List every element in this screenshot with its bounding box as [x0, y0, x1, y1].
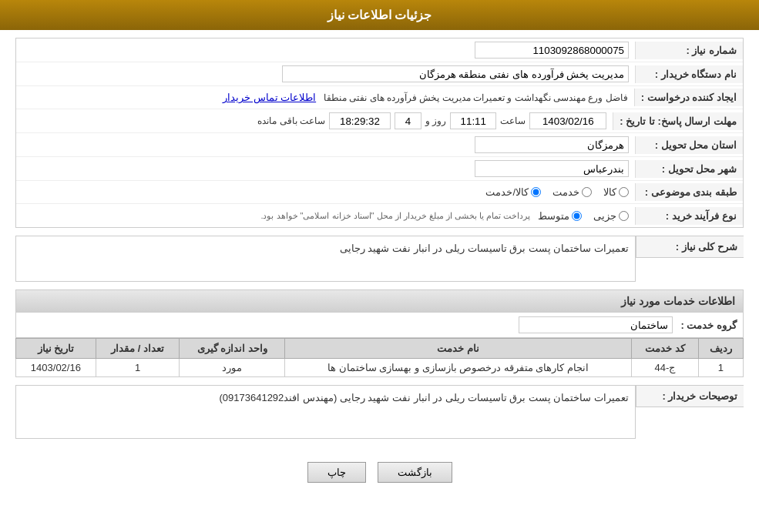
shomare-niaz-value [16, 38, 635, 62]
ostan-input[interactable] [475, 136, 629, 153]
radio-jozii-item: جزیی [593, 210, 629, 222]
shahr-input[interactable] [475, 160, 629, 177]
farayand-note: پرداخت تمام یا بخشی از مبلغ خریدار از مح… [260, 211, 530, 221]
tabaqe-label: طبقه بندی موضوعی : [635, 183, 743, 201]
group-row: گروه خدمت : [15, 313, 744, 338]
table-row: 1 ج-44 انجام کارهای متفرقه درخصوص بازساز… [16, 359, 744, 377]
tawzihat-section: توصیحات خریدار : تعمیرات ساختمان پست برق… [15, 385, 744, 447]
noع-farayand-label: نوع فرآیند خرید : [635, 207, 743, 225]
col-name: نام خدمت [285, 339, 632, 359]
shomare-niaz-label: شماره نیاز : [635, 42, 743, 59]
cell-kod: ج-44 [632, 359, 699, 377]
col-radif: ردیف [698, 339, 743, 359]
row-shomare-niaz: شماره نیاز : [16, 38, 743, 62]
page-title: جزئیات اطلاعات نیاز [327, 8, 432, 22]
shahr-label: شهر محل تحویل : [635, 160, 743, 178]
tawzihat-text: تعمیرات ساختمان پست برق تاسیسات ریلی در … [219, 392, 629, 403]
content-area: شماره نیاز : نام دستگاه خریدار : ایجاد ک… [0, 30, 759, 498]
radio-jozii-label: جزیی [593, 210, 616, 222]
mohlet-date-input[interactable] [529, 112, 606, 129]
tabaqe-value: کالا خدمت کالا/خدمت [16, 183, 635, 201]
sharh-section: شرح کلی نیاز : تعمیرات ساختمان پست برق ت… [15, 236, 744, 282]
col-kod: کد خدمت [632, 339, 699, 359]
mohlet-rooz-input[interactable] [395, 112, 421, 129]
ostan-value [16, 133, 635, 156]
services-section: اطلاعات خدمات مورد نیاز گروه خدمت : ردیف… [15, 289, 744, 377]
group-label: گروه خدمت : [680, 320, 737, 331]
row-mohlet: مهلت ارسال پاسخ: تا تاریخ : ساعت روز و س… [16, 109, 743, 133]
sharh-text: تعمیرات ساختمان پست برق تاسیسات ریلی در … [340, 243, 629, 254]
row-tabaqe: طبقه بندی موضوعی : کالا خدمت [16, 181, 743, 204]
sharh-box: تعمیرات ساختمان پست برق تاسیسات ریلی در … [15, 236, 636, 282]
buttons-row: بازگشت چاپ [15, 454, 744, 490]
mohlet-label: مهلت ارسال پاسخ: تا تاریخ : [613, 112, 743, 130]
row-shahr: شهر محل تحویل : [16, 157, 743, 181]
table-header-row: ردیف کد خدمت نام خدمت واحد اندازه گیری ت… [16, 339, 744, 359]
farayand-radio-group: جزیی متوسط [538, 210, 629, 222]
chap-button[interactable]: چاپ [307, 462, 366, 483]
radio-khadamat-label: خدمت [552, 186, 579, 198]
mohlet-baqi-input[interactable] [329, 112, 391, 129]
cell-radif: 1 [698, 359, 743, 377]
mohlet-value: ساعت روز و ساعت باقی مانده [16, 109, 613, 132]
cell-name: انجام کارهای متفرقه درخصوص بازسازی و بهس… [285, 359, 632, 377]
tabaqe-radio-group: کالا خدمت کالا/خدمت [22, 186, 629, 198]
radio-motavaset[interactable] [572, 211, 582, 221]
tawzihat-label: توصیحات خریدار : [636, 385, 744, 407]
radio-motavaset-item: متوسط [538, 210, 582, 222]
ijad-konande-value: فاضل ورع مهندسی نگهداشت و تعمیرات مدیریت… [16, 89, 634, 106]
ijad-konande-text: فاضل ورع مهندسی نگهداشت و تعمیرات مدیریت… [324, 92, 628, 103]
main-info-section: شماره نیاز : نام دستگاه خریدار : ایجاد ک… [15, 38, 744, 228]
mohlet-saaat-label: ساعت [500, 115, 526, 126]
radio-motavaset-label: متوسط [538, 210, 569, 222]
name-dastgah-value [16, 62, 635, 85]
sharh-label: شرح کلی نیاز : [636, 236, 744, 258]
radio-khadamat[interactable] [582, 187, 592, 197]
radio-jozii[interactable] [619, 211, 629, 221]
radio-kala-khadamat[interactable] [531, 187, 541, 197]
tawzihat-box: تعمیرات ساختمان پست برق تاسیسات ریلی در … [15, 385, 636, 439]
row-noع-farayand: نوع فرآیند خرید : جزیی متوسط [16, 204, 743, 227]
row-ostan: استان محل تحویل : [16, 133, 743, 157]
mohlet-saaat-input[interactable] [450, 112, 496, 129]
shomare-niaz-input[interactable] [475, 42, 629, 59]
col-tedad: تعداد / مقدار [96, 339, 180, 359]
etelaat-tamas-link[interactable]: اطلاعات تماس خریدار [223, 92, 316, 103]
col-tarikh: تاریخ نیاز [16, 339, 96, 359]
cell-tedad: 1 [96, 359, 180, 377]
services-header: اطلاعات خدمات مورد نیاز [15, 289, 744, 313]
name-dastgah-input[interactable] [282, 65, 629, 82]
mohlet-baqi-label: ساعت باقی مانده [257, 115, 325, 126]
shahr-value [16, 157, 635, 180]
noع-farayand-value: جزیی متوسط پرداخت تمام یا بخشی از مبلغ خ… [16, 207, 635, 225]
ijad-konande-label: ایجاد کننده درخواست : [634, 89, 743, 106]
cell-vahed: مورد [180, 359, 285, 377]
radio-kala[interactable] [619, 187, 629, 197]
col-vahed: واحد اندازه گیری [180, 339, 285, 359]
row-ijad-konande: ایجاد کننده درخواست : فاضل ورع مهندسی نگ… [16, 86, 743, 109]
ostan-label: استان محل تحویل : [635, 136, 743, 154]
bazgasht-button[interactable]: بازگشت [378, 462, 452, 483]
page-container: جزئیات اطلاعات نیاز شماره نیاز : نام دست… [0, 0, 759, 532]
mohlet-rooz-label: روز و [425, 115, 446, 126]
radio-khadamat-item: خدمت [552, 186, 592, 198]
radio-kala-item: کالا [603, 186, 629, 198]
radio-kala-label: کالا [603, 186, 616, 198]
cell-tarikh: 1403/02/16 [16, 359, 96, 377]
page-header: جزئیات اطلاعات نیاز [0, 0, 759, 30]
radio-kala-khadamat-item: کالا/خدمت [485, 186, 541, 198]
group-input[interactable] [519, 316, 673, 333]
radio-kala-khadamat-label: کالا/خدمت [485, 186, 529, 198]
name-dastgah-label: نام دستگاه خریدار : [635, 65, 743, 83]
row-name-dastgah: نام دستگاه خریدار : [16, 62, 743, 86]
services-table: ردیف کد خدمت نام خدمت واحد اندازه گیری ت… [15, 338, 744, 377]
